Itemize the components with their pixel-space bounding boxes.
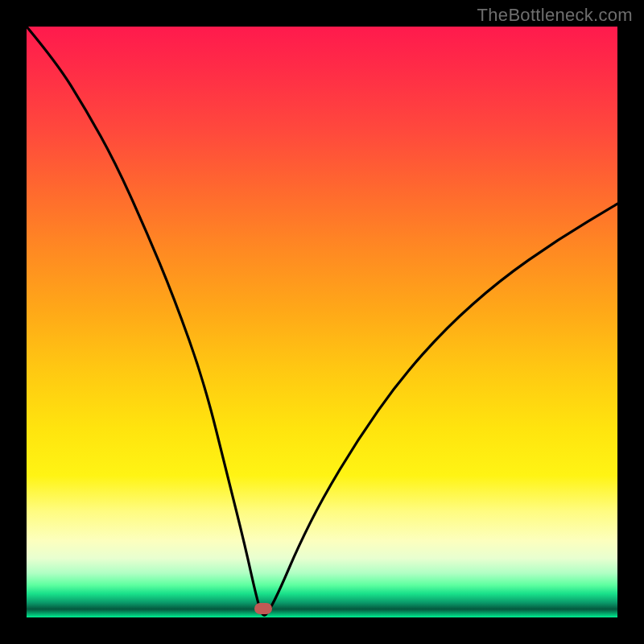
- bottleneck-curve-path: [27, 27, 617, 615]
- plot-area: [27, 27, 617, 617]
- curve-layer: [27, 27, 617, 617]
- chart-frame: TheBottleneck.com: [0, 0, 644, 644]
- minimum-marker: [254, 603, 272, 614]
- watermark-text: TheBottleneck.com: [477, 5, 633, 26]
